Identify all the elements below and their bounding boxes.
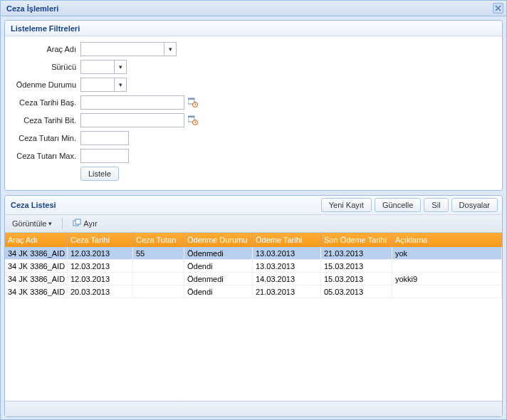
- calendar-clock-icon[interactable]: [187, 115, 199, 126]
- cell-ceza_tutari: [133, 273, 184, 285]
- cell-odeme_tarihi: 13.03.2013: [253, 260, 321, 272]
- calendar-clock-icon[interactable]: [187, 97, 199, 108]
- tutar-max-input[interactable]: [80, 149, 129, 163]
- window-header: Ceza İşlemleri: [1, 1, 506, 16]
- col-header-aciklama[interactable]: Açıklama: [392, 233, 502, 247]
- cell-ceza_tutari: [133, 260, 184, 272]
- grid-header-row: Araç Adı Ceza Tarihi Ceza Tutarı Ödenme …: [5, 233, 502, 247]
- cell-ceza_tarihi: 20.03.2013: [68, 285, 133, 298]
- cell-ceza_tutari: 55: [133, 247, 184, 259]
- table-row[interactable]: 34 JK 3386_AID12.03.2013Ödendi13.03.2013…: [5, 260, 502, 273]
- list-panel-title: Ceza Listesi: [11, 201, 56, 209]
- list-panel-header: Ceza Listesi Yeni Kayıt Güncelle Sil Dos…: [5, 196, 502, 215]
- col-header-son-odeme[interactable]: Son Ödeme Tarihi: [321, 233, 392, 247]
- cell-aciklama: yokki9: [392, 273, 502, 285]
- cell-odeme_tarihi: 13.03.2013: [253, 247, 321, 259]
- odenme-combo[interactable]: [80, 78, 115, 92]
- ceza-bit-input[interactable]: [80, 113, 184, 127]
- cell-arac: 34 JK 3386_AID: [5, 285, 68, 298]
- window: Ceza İşlemleri Listeleme Filtreleri Araç…: [0, 0, 507, 420]
- cell-aciklama: [392, 285, 502, 298]
- label-ceza-bas: Ceza Tarihi Baş.: [12, 98, 80, 107]
- toolbar-separator: [62, 218, 63, 229]
- svg-rect-1: [188, 98, 194, 100]
- label-tutar-min: Ceza Tutarı Min.: [12, 134, 80, 142]
- cell-ceza_tutari: [133, 285, 184, 298]
- cell-odeme_tarihi: 21.03.2013: [253, 285, 321, 298]
- table-row[interactable]: 34 JK 3386_AID12.03.201355Ödenmedi13.03.…: [5, 247, 502, 260]
- grid-toolbar: Görüntüle ▾ Ayır: [5, 215, 502, 233]
- delete-button[interactable]: Sil: [424, 198, 448, 212]
- table-row[interactable]: 34 JK 3386_AID20.03.2013Ödendi21.03.2013…: [5, 285, 502, 298]
- list-panel-body: Görüntüle ▾ Ayır Araç Adı Ceza Tarihi: [5, 215, 502, 416]
- label-odenme: Ödenme Durumu: [12, 80, 80, 89]
- cell-ceza_tarihi: 12.03.2013: [68, 247, 133, 259]
- filter-panel-title: Listeleme Filtreleri: [5, 21, 502, 36]
- grid: Araç Adı Ceza Tarihi Ceza Tutarı Ödenme …: [5, 233, 502, 416]
- detach-button[interactable]: Ayır: [68, 217, 101, 230]
- arac-combo[interactable]: [80, 42, 164, 56]
- listele-button[interactable]: Listele: [80, 167, 119, 181]
- arac-combo-trigger[interactable]: ▾: [164, 42, 177, 56]
- label-ceza-bit: Ceza Tarihi Bit.: [12, 116, 80, 125]
- svg-rect-4: [188, 116, 194, 117]
- odenme-combo-trigger[interactable]: ▾: [115, 78, 127, 92]
- cell-son_odeme: 21.03.2013: [321, 247, 392, 259]
- svg-rect-7: [75, 219, 80, 224]
- cell-odeme_tarihi: 14.03.2013: [253, 273, 321, 285]
- cell-ceza_tarihi: 12.03.2013: [68, 273, 133, 285]
- cell-aciklama: [392, 260, 502, 272]
- col-header-ceza-tutari[interactable]: Ceza Tutarı: [133, 233, 184, 247]
- grid-body[interactable]: 34 JK 3386_AID12.03.201355Ödenmedi13.03.…: [5, 247, 502, 401]
- view-menu[interactable]: Görüntüle ▾: [8, 218, 56, 229]
- grid-footer: [5, 401, 502, 416]
- cell-son_odeme: 15.03.2013: [321, 260, 392, 272]
- cell-son_odeme: 15.03.2013: [321, 273, 392, 285]
- label-tutar-max: Ceza Tutarı Max.: [12, 152, 80, 160]
- label-surucu: Sürücü: [12, 63, 80, 71]
- filter-panel-body: Araç Adı ▾ Sürücü ▾ Ödenme Durumu: [5, 36, 502, 190]
- cell-son_odeme: 05.03.2013: [321, 285, 392, 298]
- col-header-arac[interactable]: Araç Adı: [5, 233, 68, 247]
- cell-odenme_durumu: Ödendi: [184, 285, 253, 298]
- new-button[interactable]: Yeni Kayıt: [321, 198, 372, 212]
- label-arac: Araç Adı: [12, 45, 80, 53]
- cell-arac: 34 JK 3386_AID: [5, 247, 68, 259]
- col-header-odenme[interactable]: Ödenme Durumu: [184, 233, 253, 247]
- col-header-odeme-tarihi[interactable]: Ödeme Tarihi: [253, 233, 321, 247]
- cell-odenme_durumu: Ödenmedi: [184, 273, 253, 285]
- ceza-bas-input[interactable]: [80, 95, 184, 110]
- cell-aciklama: yok: [392, 247, 502, 259]
- detach-icon: [73, 219, 81, 229]
- update-button[interactable]: Güncelle: [375, 198, 421, 212]
- table-row[interactable]: 34 JK 3386_AID12.03.2013Ödenmedi14.03.20…: [5, 273, 502, 285]
- list-panel: Ceza Listesi Yeni Kayıt Güncelle Sil Dos…: [4, 195, 503, 417]
- cell-odenme_durumu: Ödenmedi: [184, 247, 253, 259]
- surucu-combo-trigger[interactable]: ▾: [115, 60, 127, 74]
- cell-arac: 34 JK 3386_AID: [5, 273, 68, 285]
- view-menu-label: Görüntüle: [12, 219, 46, 228]
- window-title: Ceza İşlemleri: [6, 4, 58, 13]
- cell-arac: 34 JK 3386_AID: [5, 260, 68, 272]
- close-icon[interactable]: [493, 3, 503, 14]
- filter-panel: Listeleme Filtreleri Araç Adı ▾ Sürücü ▾: [4, 20, 503, 191]
- files-button[interactable]: Dosyalar: [451, 198, 498, 212]
- window-body: Listeleme Filtreleri Araç Adı ▾ Sürücü ▾: [1, 16, 506, 420]
- chevron-down-icon: ▾: [48, 220, 52, 227]
- tutar-min-input[interactable]: [80, 131, 129, 145]
- detach-label: Ayır: [83, 219, 97, 228]
- cell-odenme_durumu: Ödendi: [184, 260, 253, 272]
- col-header-ceza-tarihi[interactable]: Ceza Tarihi: [68, 233, 133, 247]
- cell-ceza_tarihi: 12.03.2013: [68, 260, 133, 272]
- surucu-combo[interactable]: [80, 60, 115, 74]
